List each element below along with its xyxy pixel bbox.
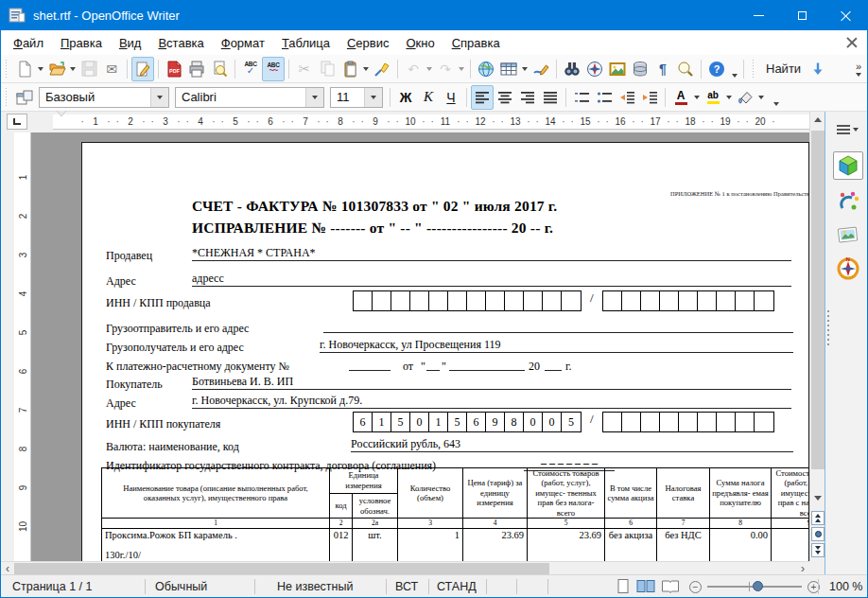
- previous-page-button[interactable]: [811, 511, 825, 525]
- clone-formatting-button[interactable]: [371, 57, 393, 81]
- toolbar-overflow-dropdown[interactable]: [773, 102, 779, 106]
- draw-functions-button[interactable]: [529, 57, 552, 81]
- find-toolbar-grip[interactable]: [751, 60, 757, 79]
- email-button[interactable]: ✉: [100, 57, 123, 81]
- status-selection-mode[interactable]: СТАНД: [437, 575, 477, 598]
- status-zoom-value[interactable]: 100 %: [829, 575, 862, 598]
- underline-button[interactable]: Ч: [440, 85, 462, 110]
- new-document-button[interactable]: [13, 57, 36, 81]
- export-pdf-button[interactable]: PDF: [163, 57, 185, 81]
- close-button[interactable]: [824, 0, 867, 30]
- align-right-button[interactable]: [516, 85, 539, 110]
- gallery-button[interactable]: [606, 57, 629, 81]
- menu-item[interactable]: Вставка: [149, 33, 212, 53]
- data-sources-button[interactable]: [629, 57, 651, 81]
- find-replace-button[interactable]: [561, 57, 583, 81]
- menu-item[interactable]: Формат: [213, 33, 273, 53]
- font-size-dropdown[interactable]: [364, 88, 382, 107]
- redo-button[interactable]: ↷: [434, 57, 457, 81]
- scroll-up-button[interactable]: [810, 112, 825, 127]
- paste-button[interactable]: [339, 57, 361, 81]
- sidebar-resize-grip[interactable]: [826, 310, 830, 348]
- undo-button[interactable]: ↶: [402, 57, 425, 81]
- align-center-button[interactable]: [494, 85, 516, 110]
- tab-stop-selector[interactable]: [7, 114, 27, 130]
- horizontal-scrollbar[interactable]: ‹ ›: [1, 561, 809, 574]
- increase-indent-button[interactable]: [638, 85, 661, 110]
- open-button[interactable]: [45, 57, 68, 81]
- save-button[interactable]: [78, 57, 100, 81]
- menu-item[interactable]: Окно: [397, 33, 443, 53]
- bullet-list-button[interactable]: [593, 85, 616, 110]
- insert-table-button[interactable]: [497, 57, 520, 81]
- decrease-indent-button[interactable]: [616, 85, 638, 110]
- undo-dropdown[interactable]: [426, 67, 432, 71]
- menu-item[interactable]: Таблица: [273, 33, 339, 53]
- maximize-button[interactable]: [780, 0, 824, 30]
- scroll-down-button[interactable]: [810, 490, 825, 505]
- toolbar-grip[interactable]: [4, 60, 10, 79]
- background-color-dropdown[interactable]: [758, 96, 764, 99]
- single-page-view-button[interactable]: [616, 578, 631, 594]
- multi-page-view-button[interactable]: [636, 578, 655, 594]
- toolbar-grip[interactable]: [4, 88, 10, 107]
- vertical-scrollbar[interactable]: [809, 112, 825, 561]
- status-page-style[interactable]: Обычный: [155, 575, 207, 598]
- paragraph-style-combo[interactable]: Базовый: [39, 87, 169, 108]
- open-dropdown[interactable]: [70, 67, 76, 71]
- menu-item[interactable]: Справка: [443, 33, 509, 53]
- background-color-button[interactable]: [734, 85, 756, 110]
- highlighting-button[interactable]: ab: [702, 85, 724, 110]
- insert-table-dropdown[interactable]: [522, 67, 528, 71]
- toolbar-overflow-dropdown[interactable]: [732, 74, 738, 78]
- status-insert-mode[interactable]: ВСТ: [395, 575, 418, 598]
- next-page-button[interactable]: [811, 543, 825, 557]
- page-preview-button[interactable]: [208, 57, 231, 81]
- zoom-button[interactable]: [674, 57, 697, 81]
- navigator-button[interactable]: [583, 57, 606, 81]
- toolbar-options[interactable]: »: [854, 62, 863, 77]
- zoom-slider-track[interactable]: [707, 586, 802, 588]
- help-button[interactable]: ?: [705, 57, 728, 81]
- paste-dropdown[interactable]: [363, 67, 369, 71]
- print-button[interactable]: [185, 57, 208, 81]
- minimize-button[interactable]: [737, 0, 780, 30]
- find-next-button[interactable]: [807, 57, 829, 81]
- sidebar-tab-styles[interactable]: [833, 187, 863, 216]
- highlighting-dropdown[interactable]: [726, 96, 732, 99]
- status-page-number[interactable]: Страница 1 / 1: [12, 575, 92, 598]
- zoom-out-button[interactable]: −: [689, 581, 702, 593]
- navigation-button[interactable]: [811, 527, 825, 541]
- scroll-right-button[interactable]: ›: [796, 562, 809, 575]
- zoom-slider-thumb[interactable]: [753, 581, 763, 591]
- sidebar-settings-button[interactable]: [833, 119, 863, 140]
- styles-panel-button[interactable]: [13, 85, 36, 110]
- numbered-list-button[interactable]: [570, 85, 593, 110]
- font-color-dropdown[interactable]: [694, 96, 700, 99]
- menu-item[interactable]: Файл: [5, 33, 52, 53]
- sidebar-tab-navigator[interactable]: N: [833, 254, 863, 282]
- new-document-dropdown[interactable]: [38, 67, 43, 71]
- align-left-button[interactable]: [471, 85, 494, 110]
- sidebar-tab-gallery[interactable]: [833, 220, 863, 249]
- vertical-ruler[interactable]: 12345678910: [14, 132, 31, 561]
- align-justify-button[interactable]: [539, 85, 562, 110]
- menu-item[interactable]: Сервис: [339, 33, 398, 53]
- vertical-scroll-thumb[interactable]: [811, 131, 825, 469]
- font-name-combo[interactable]: Calibri: [175, 87, 324, 108]
- cut-button[interactable]: ✂: [293, 57, 316, 81]
- bold-button[interactable]: Ж: [394, 85, 417, 110]
- document-page[interactable]: ПРИЛОЖЕНИЕ № 1 к постановлению Правитель…: [81, 142, 809, 561]
- font-name-dropdown[interactable]: [305, 88, 323, 107]
- spelling-button[interactable]: ABC✓: [239, 57, 262, 81]
- paragraph-style-dropdown[interactable]: [150, 88, 168, 107]
- book-view-button[interactable]: [661, 578, 680, 594]
- redo-dropdown[interactable]: [459, 67, 464, 71]
- font-color-button[interactable]: А: [669, 85, 692, 110]
- italic-button[interactable]: К: [417, 85, 440, 110]
- formatting-marks-button[interactable]: ¶: [651, 57, 674, 81]
- sidebar-tab-properties[interactable]: [833, 151, 863, 180]
- copy-button[interactable]: [316, 57, 339, 81]
- horizontal-scroll-thumb[interactable]: [14, 563, 549, 574]
- autospellcheck-button[interactable]: ABC~~: [262, 57, 285, 81]
